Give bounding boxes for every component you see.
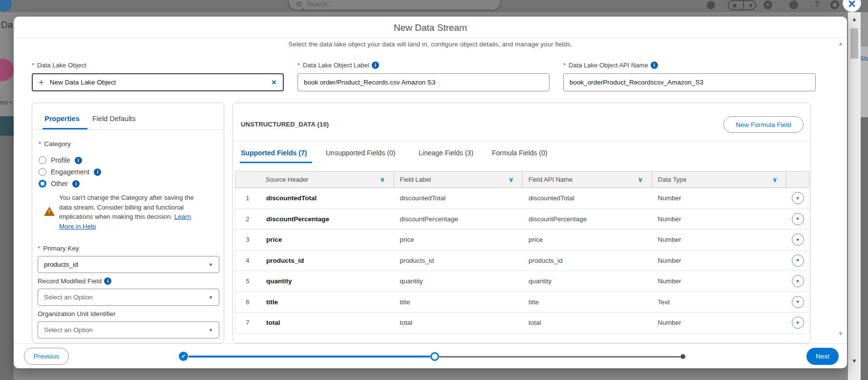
radio-circle[interactable] [39, 168, 46, 176]
modal-scroll-up-icon[interactable]: ▲ [833, 40, 848, 47]
warning-icon: ! [44, 207, 55, 216]
radio-profile[interactable]: Profile i [39, 155, 82, 165]
fields-panel: UNSTRUCTURED_DATA (10) New Formula Field… [233, 103, 811, 343]
chevron-down-icon[interactable]: ∨ [380, 176, 385, 183]
star-icon: ★ [731, 1, 738, 10]
chevron-down-icon: ▾ [749, 1, 753, 10]
cell-source-header: discountPercentage [260, 215, 394, 223]
column-header-field-label[interactable]: Field Label ∨ [394, 171, 523, 188]
tab-unsupported-fields[interactable]: Unsupported Fields (0) [326, 149, 395, 157]
column-header-text: Source Header [266, 176, 308, 183]
previous-button[interactable]: Previous [24, 348, 69, 365]
row-actions-button[interactable]: ▼ [792, 254, 804, 267]
cell-field-api-name: products_id [523, 257, 652, 264]
table-header-row: Source Header ∨ Field Label ∨ Field API … [235, 171, 809, 188]
record-modified-field-label: Record Modified Field i [38, 277, 111, 285]
caret-down-icon: ▼ [796, 196, 800, 201]
tab-formula-fields[interactable]: Formula Fields (0) [492, 149, 548, 157]
chevron-down-icon[interactable]: ∨ [509, 176, 514, 183]
column-header-source-header[interactable]: Source Header ∨ [235, 171, 394, 188]
radio-circle-selected[interactable] [39, 180, 46, 188]
cell-field-label: price [394, 236, 523, 243]
tab-lineage-fields[interactable]: Lineage Fields (3) [419, 149, 473, 157]
row-actions-button[interactable]: ▼ [792, 296, 804, 308]
tab-properties[interactable]: Properties [44, 115, 80, 123]
column-header-field-api-name[interactable]: Field API Name ∨ [523, 171, 652, 188]
row-actions-button[interactable]: ▼ [792, 233, 804, 246]
caret-down-icon: ▼ [796, 320, 800, 325]
divider [14, 38, 847, 38]
cell-field-label: total [394, 319, 523, 326]
row-actions-button[interactable]: ▼ [792, 213, 804, 225]
field-label-text: Data Lake Object API Name [569, 62, 648, 69]
info-icon[interactable]: i [72, 180, 80, 188]
radio-other[interactable]: Other i [39, 179, 80, 189]
cell-source-header: title [260, 298, 394, 306]
radio-label: Engagement [51, 168, 89, 176]
page-scrollbar[interactable]: ▲ ▼ [848, 12, 861, 380]
info-icon[interactable]: i [651, 62, 658, 69]
field-label-text: Record Modified Field [38, 277, 102, 285]
data-lake-object-api-name-input[interactable] [564, 79, 815, 86]
gear-icon [830, 0, 839, 9]
info-icon[interactable]: i [75, 157, 82, 164]
field-label-text: Primary Key [43, 245, 79, 252]
info-icon[interactable]: i [372, 62, 379, 69]
organization-unit-identifier-select[interactable]: Select an Option ▼ [38, 321, 219, 338]
table-row: 7 total total total Number ▼ [235, 313, 809, 334]
favorites-control: ★ ▾ [728, 0, 756, 10]
trailhead-icon [789, 0, 798, 9]
radio-circle[interactable] [39, 156, 46, 164]
tab-supported-fields[interactable]: Supported Fields (7) [241, 149, 307, 157]
data-lake-object-input[interactable] [44, 79, 265, 86]
cell-data-type: Text [652, 298, 787, 306]
tab-field-defaults[interactable]: Field Defaults [92, 115, 136, 123]
caret-down-icon: ▼ [796, 279, 800, 284]
data-lake-object-label-input[interactable] [298, 79, 549, 86]
background-app-header: ★ ▾ + ? [0, 0, 868, 12]
column-header-data-type[interactable]: Data Type ∨ [652, 171, 787, 188]
required-asterisk: * [297, 62, 300, 69]
info-icon[interactable]: i [104, 277, 111, 285]
required-asterisk: * [32, 62, 34, 69]
row-actions-button[interactable]: ▼ [792, 275, 804, 287]
data-lake-object-field[interactable]: + × [32, 73, 284, 91]
row-actions-button[interactable]: ▼ [792, 192, 804, 204]
data-lake-object-api-name-field[interactable] [563, 73, 816, 91]
next-button[interactable]: Next [806, 348, 839, 365]
row-number: 4 [235, 257, 260, 264]
divider [743, 1, 744, 9]
chevron-down-icon[interactable]: ∨ [638, 176, 643, 183]
background-panel-fragment [0, 116, 14, 380]
primary-key-label: * Primary Key [38, 245, 79, 252]
data-lake-object-label-field[interactable] [297, 73, 550, 91]
cell-data-type: Number [652, 236, 787, 243]
cell-source-header: discountedTotal [260, 194, 394, 202]
info-icon[interactable]: i [94, 169, 101, 176]
row-number: 2 [235, 215, 260, 223]
modal-scroll-down-icon[interactable]: ▼ [833, 330, 848, 337]
required-asterisk: * [39, 140, 41, 148]
scroll-down-arrow-icon[interactable]: ▼ [848, 358, 861, 364]
divider [14, 343, 847, 344]
cell-data-type: Number [652, 215, 787, 223]
radio-label: Profile [51, 156, 70, 164]
plus-icon: + [33, 77, 44, 88]
row-number: 7 [235, 319, 260, 326]
caret-down-icon: ▼ [796, 258, 800, 263]
clear-icon[interactable]: × [265, 78, 283, 87]
cell-field-label: discountPercentage [394, 215, 523, 223]
row-actions-button[interactable]: ▼ [792, 317, 804, 329]
warning-exclamation: ! [48, 209, 50, 214]
cell-field-api-name: quantity [523, 277, 652, 285]
radio-engagement[interactable]: Engagement i [39, 167, 101, 177]
column-header-text: Data Type [658, 176, 687, 183]
primary-key-select[interactable]: products_id ▼ [38, 256, 219, 273]
scroll-up-arrow-icon[interactable]: ▲ [848, 16, 861, 22]
new-formula-field-button[interactable]: New Formula Field [723, 116, 804, 133]
modal-subtitle: Select the data lake object your data wi… [14, 41, 847, 48]
cell-field-label: title [394, 298, 523, 306]
record-modified-field-select[interactable]: Select an Option ▼ [38, 289, 219, 306]
scrollbar-thumb[interactable] [850, 28, 858, 59]
chevron-down-icon[interactable]: ∨ [773, 176, 778, 183]
